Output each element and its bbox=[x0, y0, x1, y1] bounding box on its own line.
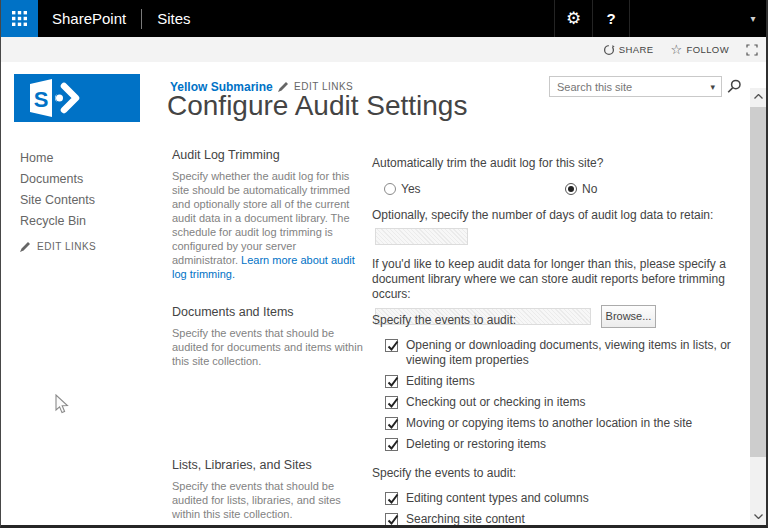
settings-gear-button[interactable]: ⚙ bbox=[554, 0, 592, 37]
scroll-down-button[interactable] bbox=[750, 508, 766, 525]
checkbox-label: Editing items bbox=[406, 374, 475, 389]
sidebar-nav-item[interactable]: Recycle Bin bbox=[20, 211, 150, 232]
scroll-up-button[interactable] bbox=[750, 88, 766, 105]
follow-star-icon: ☆ bbox=[670, 43, 682, 56]
edit-links-sidebar-button[interactable]: EDIT LINKS bbox=[20, 241, 96, 252]
share-button[interactable]: SHARE bbox=[603, 44, 654, 56]
checkbox-row: Deleting or restoring items bbox=[385, 437, 748, 452]
site-logo[interactable]: S bbox=[14, 74, 140, 122]
cursor-arrow-icon bbox=[55, 394, 69, 415]
section-description: Specify whether the audit log for this s… bbox=[172, 169, 363, 281]
search-placeholder: Search this site bbox=[557, 81, 710, 93]
checkbox-checked[interactable] bbox=[385, 438, 398, 451]
checkbox-checked[interactable] bbox=[385, 417, 398, 430]
section-heading: Audit Log Trimming bbox=[172, 148, 363, 162]
ribbon-bar: SHARE ☆ FOLLOW bbox=[1, 37, 766, 62]
sidebar-nav-item[interactable]: Home bbox=[20, 148, 150, 169]
report-library-label: If you'd like to keep audit data for lon… bbox=[372, 257, 752, 302]
section-heading: Documents and Items bbox=[172, 305, 363, 319]
checkbox-checked[interactable] bbox=[385, 339, 398, 352]
share-label: SHARE bbox=[619, 44, 654, 55]
search-submit-button[interactable] bbox=[727, 79, 742, 98]
events-label: Specify the events to audit: bbox=[372, 466, 748, 481]
search-scope-caret-icon[interactable]: ▾ bbox=[710, 82, 715, 92]
focus-mode-button[interactable] bbox=[746, 44, 758, 56]
radio-option-no[interactable]: No bbox=[565, 182, 597, 196]
checkbox-label: Checking out or checking in items bbox=[406, 395, 585, 410]
sidebar-nav-item[interactable]: Documents bbox=[20, 169, 150, 190]
checkbox-label: Moving or copying items to another locat… bbox=[406, 416, 692, 431]
focus-mode-icon bbox=[746, 44, 758, 56]
search-input[interactable]: Search this site ▾ bbox=[549, 76, 722, 97]
suite-bar: SharePoint Sites ⚙ ? ▾ bbox=[0, 0, 768, 37]
events-checkbox-list: Opening or downloading documents, viewin… bbox=[385, 338, 748, 452]
chevron-down-icon bbox=[754, 514, 763, 519]
search-icon bbox=[727, 79, 742, 94]
gear-icon: ⚙ bbox=[566, 10, 581, 27]
radio-option-yes[interactable]: Yes bbox=[384, 182, 565, 196]
radio-yes-circle[interactable] bbox=[384, 183, 396, 195]
checkbox-row: Editing items bbox=[385, 374, 748, 389]
suite-brand[interactable]: SharePoint bbox=[52, 10, 126, 27]
checkbox-checked[interactable] bbox=[385, 513, 398, 526]
follow-label: FOLLOW bbox=[686, 44, 729, 55]
checkbox-label: Editing content types and columns bbox=[406, 491, 589, 506]
checkmark-icon bbox=[386, 513, 400, 527]
events-label: Specify the events to audit: bbox=[372, 313, 748, 328]
waffle-icon bbox=[12, 11, 27, 26]
trim-question-label: Automatically trim the audit log for thi… bbox=[372, 156, 748, 171]
sharepoint-logo-icon: S bbox=[14, 74, 140, 122]
checkbox-row: Searching site content bbox=[385, 512, 748, 527]
description-text: Specify whether the audit log for this s… bbox=[172, 170, 350, 266]
svg-text:S: S bbox=[34, 87, 49, 112]
quick-launch-nav: Home Documents Site Contents Recycle Bin bbox=[20, 148, 150, 232]
checkbox-label: Deleting or restoring items bbox=[406, 437, 546, 452]
trim-radio-group: Yes No bbox=[384, 182, 748, 196]
checkbox-label: Searching site content bbox=[406, 512, 525, 527]
vertical-scrollbar[interactable] bbox=[750, 88, 766, 525]
mouse-cursor bbox=[55, 394, 69, 419]
checkmark-icon bbox=[386, 438, 400, 452]
checkmark-icon bbox=[386, 396, 400, 410]
checkmark-icon bbox=[386, 339, 400, 353]
checkbox-checked[interactable] bbox=[385, 396, 398, 409]
retain-days-input bbox=[375, 228, 468, 245]
section-heading: Lists, Libraries, and Sites bbox=[172, 458, 363, 472]
section-description: Specify the events that should be audite… bbox=[172, 479, 363, 521]
checkbox-row: Opening or downloading documents, viewin… bbox=[385, 338, 748, 368]
checkbox-label: Opening or downloading documents, viewin… bbox=[406, 338, 748, 368]
chevron-down-icon: ▾ bbox=[750, 13, 755, 24]
share-icon bbox=[603, 44, 615, 56]
checkbox-row: Editing content types and columns bbox=[385, 491, 748, 506]
checkbox-row: Checking out or checking in items bbox=[385, 395, 748, 410]
checkbox-checked[interactable] bbox=[385, 492, 398, 505]
help-button[interactable]: ? bbox=[592, 0, 630, 37]
radio-yes-label: Yes bbox=[401, 182, 421, 196]
follow-button[interactable]: ☆ FOLLOW bbox=[670, 43, 729, 56]
account-dropdown-button[interactable]: ▾ bbox=[738, 0, 768, 37]
user-menu-area bbox=[630, 0, 738, 37]
checkmark-icon bbox=[386, 492, 400, 506]
suite-section-sites[interactable]: Sites bbox=[157, 10, 190, 27]
checkmark-icon bbox=[386, 375, 400, 389]
chevron-up-icon bbox=[754, 94, 763, 99]
sidebar-nav-item[interactable]: Site Contents bbox=[20, 190, 150, 211]
radio-no-circle[interactable] bbox=[565, 183, 577, 195]
scrollbar-thumb[interactable] bbox=[750, 107, 766, 457]
pencil-icon bbox=[20, 241, 31, 252]
section-description: Specify the events that should be audite… bbox=[172, 326, 363, 368]
app-launcher-button[interactable] bbox=[0, 0, 38, 37]
checkbox-checked[interactable] bbox=[385, 375, 398, 388]
suite-divider bbox=[141, 9, 142, 29]
checkmark-icon bbox=[386, 417, 400, 431]
events-checkbox-list: Editing content types and columns Search… bbox=[385, 491, 748, 527]
retain-days-label: Optionally, specify the number of days o… bbox=[372, 208, 748, 223]
checkbox-row: Moving or copying items to another locat… bbox=[385, 416, 748, 431]
page-title: Configure Audit Settings bbox=[167, 90, 467, 122]
help-icon: ? bbox=[606, 10, 615, 27]
radio-no-label: No bbox=[582, 182, 597, 196]
edit-links-label: EDIT LINKS bbox=[37, 241, 96, 252]
